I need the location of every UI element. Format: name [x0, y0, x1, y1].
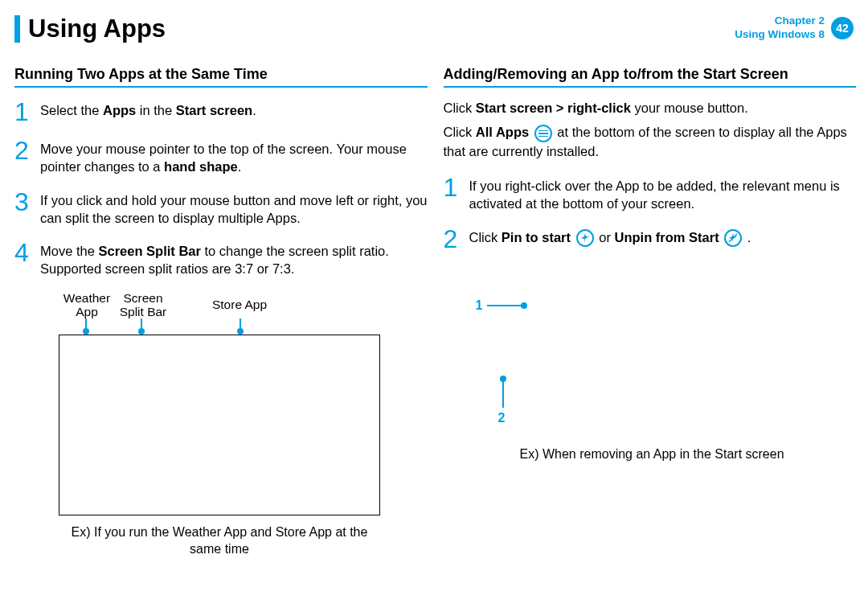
- right-step-2: 2 Click Pin to start or Unpin from Start…: [444, 226, 857, 252]
- step-text: If you right-click over the App to be ad…: [469, 175, 857, 213]
- step-4: 4 Move the Screen Split Bar to change th…: [14, 240, 428, 278]
- step-number: 1: [444, 175, 461, 200]
- pin-to-start-icon: [576, 229, 594, 247]
- bold-text: Apps: [103, 103, 136, 117]
- start-screen-callout-diagram: 1 2: [476, 298, 857, 447]
- text: .: [238, 159, 242, 174]
- callout-number-2: 2: [498, 411, 506, 425]
- chapter-line-2: Using Windows 8: [735, 28, 825, 42]
- text: Click: [444, 125, 476, 139]
- page-title: Using Apps: [28, 14, 166, 43]
- intro-paragraph-2: Click All Apps at the bottom of the scre…: [444, 123, 857, 160]
- right-step-1: 1 If you right-click over the App to be …: [444, 175, 857, 213]
- text: in the: [136, 103, 176, 117]
- intro-paragraph-1: Click Start screen > right-click your mo…: [444, 99, 857, 117]
- diagram-placeholder-box: [59, 335, 380, 515]
- text: Move the: [40, 244, 98, 258]
- text: Select the: [40, 103, 103, 117]
- header-accent-bar: [14, 15, 20, 43]
- step-text: Move the Screen Split Bar to change the …: [40, 240, 428, 278]
- callout-line-2: [502, 379, 504, 408]
- right-diagram-caption: Ex) When removing an App in the Start sc…: [520, 447, 857, 462]
- callout-line-1: [487, 305, 524, 306]
- pin-icon: [141, 318, 142, 330]
- step-number: 2: [444, 226, 461, 252]
- page-number-badge: 42: [831, 17, 854, 39]
- bold-text: hand shape: [164, 159, 238, 174]
- text: your mouse button.: [631, 101, 748, 115]
- step-number: 4: [14, 240, 32, 265]
- step-text: Move your mouse pointer to the top of th…: [40, 138, 428, 176]
- step-text: Select the Apps in the Start screen.: [40, 99, 256, 119]
- unpin-from-start-icon: [724, 229, 742, 247]
- left-column: Running Two Apps at the Same Time 1 Sele…: [14, 51, 428, 558]
- diagram-label-weather-1: Weather: [59, 291, 115, 305]
- step-text: If you click and hold your mouse button …: [40, 189, 428, 228]
- step-text: Click Pin to start or Unpin from Start .: [469, 226, 751, 248]
- text: Click: [469, 230, 502, 244]
- step-2: 2 Move your mouse pointer to the top of …: [14, 138, 428, 176]
- callout-number-1: 1: [476, 298, 483, 313]
- step-3: 3 If you click and hold your mouse butto…: [14, 189, 428, 228]
- bold-text: Pin to start: [502, 230, 575, 244]
- step-number: 2: [14, 138, 32, 163]
- text: Click: [444, 101, 476, 115]
- diagram-label-split-2: Split Bar: [115, 305, 171, 318]
- bold-text: Start screen: [176, 103, 252, 117]
- diagram-caption: Ex) If you run the Weather App and Store…: [59, 524, 380, 558]
- chapter-label: Chapter 2 Using Windows 8: [735, 14, 825, 42]
- bold-text: Unpin from Start: [614, 230, 719, 244]
- pin-icon: [85, 318, 87, 330]
- chapter-line-1: Chapter 2: [735, 14, 825, 28]
- bold-text: Start screen > right-click: [476, 101, 631, 115]
- step-number: 1: [14, 99, 32, 125]
- step-number: 3: [14, 189, 32, 215]
- pin-icon: [240, 318, 241, 330]
- section-title-add-remove-app: Adding/Removing an App to/from the Start…: [444, 66, 857, 88]
- bold-text: All Apps: [476, 125, 529, 139]
- diagram-label-store: Store App: [187, 291, 292, 318]
- text: .: [747, 230, 751, 244]
- bold-text: Screen Split Bar: [98, 244, 200, 258]
- diagram-label-weather-2: App: [59, 305, 115, 318]
- all-apps-icon: [534, 125, 552, 142]
- text: .: [252, 103, 256, 117]
- step-1: 1 Select the Apps in the Start screen.: [14, 99, 428, 125]
- split-screen-diagram: Weather App Screen Split Bar Store App E…: [59, 291, 428, 558]
- diagram-label-split-1: Screen: [115, 291, 171, 305]
- right-column: Adding/Removing an App to/from the Start…: [444, 51, 857, 558]
- section-title-running-two-apps: Running Two Apps at the Same Time: [14, 66, 428, 88]
- text: or: [599, 230, 614, 244]
